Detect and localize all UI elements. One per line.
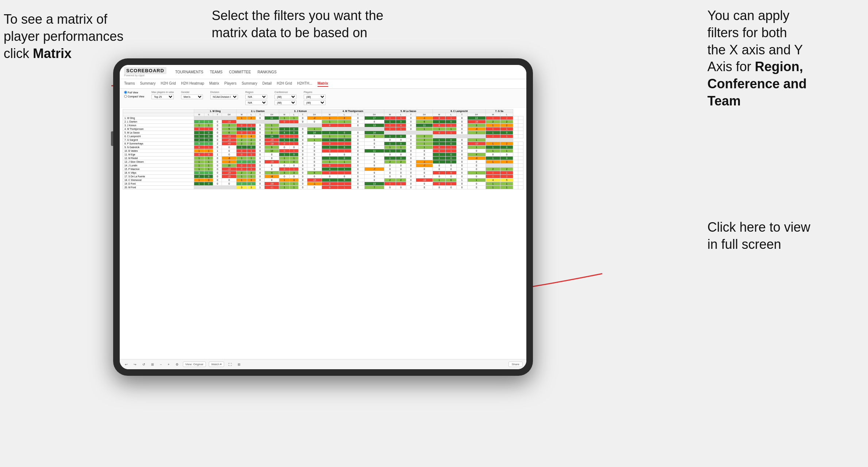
tab-detail[interactable]: Detail — [262, 81, 272, 87]
matrix-cell: 13 — [365, 124, 384, 127]
matrix-cell: 0 — [222, 149, 237, 153]
matrix-cell: 0 — [213, 178, 222, 182]
matrix-cell: 0 — [457, 124, 468, 127]
matrix-cell: 0 — [433, 186, 446, 189]
zoom-out-btn[interactable]: − — [158, 362, 163, 367]
matrix-cell: 1 — [194, 167, 204, 171]
tab-h2h-grid[interactable]: H2H Grid — [161, 81, 176, 87]
watch-btn[interactable]: Watch ▾ — [209, 362, 224, 367]
matrix-cell: 0 — [365, 120, 384, 124]
player-name-cell: 19. D Ford — [123, 182, 194, 186]
matrix-cell: 1 — [247, 149, 256, 153]
matrix-cell: 1 — [204, 142, 213, 146]
matrix-cell: 2 — [237, 171, 247, 175]
tab-matrix-left[interactable]: Matrix — [209, 81, 219, 87]
matrix-cell: 0 — [406, 116, 416, 120]
tab-summary[interactable]: Summary — [140, 81, 155, 87]
matrix-cell: 0 — [396, 186, 406, 189]
full-view-radio[interactable]: Full View — [124, 91, 144, 94]
region-select-x[interactable]: N/A — [245, 94, 267, 99]
matrix-cell: 2 — [237, 138, 247, 142]
matrix-cell: 0 — [384, 167, 396, 171]
refresh-btn[interactable]: ↺ — [141, 362, 147, 367]
matrix-cell-self — [457, 135, 468, 138]
matrix-cell: 1 — [213, 153, 222, 157]
zoom-in-btn[interactable]: + — [166, 362, 171, 367]
tab-h2h-heatmap[interactable]: H2H Heatmap — [181, 81, 204, 87]
matrix-cell: 1 — [289, 120, 298, 124]
matrix-cell: 1 — [446, 182, 457, 186]
matrix-cell: 0 — [256, 124, 264, 127]
nav-tournaments[interactable]: TOURNAMENTS — [175, 70, 203, 74]
matrix-cell: -6 — [467, 127, 485, 131]
matrix-cell: 0 — [396, 149, 406, 153]
matrix-cell: 0 — [416, 186, 433, 189]
matrix-cell: 0 — [485, 116, 500, 120]
filter-btn[interactable]: ⊞ — [150, 362, 155, 367]
tab-matrix-active[interactable]: Matrix — [318, 81, 328, 87]
matrix-cell: 0 — [457, 167, 468, 171]
matrix-cell: 1 — [500, 135, 513, 138]
tab-summary2[interactable]: Summary — [242, 81, 257, 87]
tab-h2hth[interactable]: H2HTH... — [297, 81, 312, 87]
players-select-y[interactable]: (All) — [304, 100, 326, 105]
matrix-cell-empty — [513, 182, 518, 186]
matrix-cell: 1 — [307, 138, 322, 142]
matrix-cell: 0 — [396, 157, 406, 160]
matrix-cell: 0 — [446, 164, 457, 167]
region-select-y[interactable]: N/A — [245, 100, 267, 105]
nav-teams[interactable]: TEAMS — [210, 70, 222, 74]
division-select[interactable]: NCAA Division I — [210, 94, 238, 99]
matrix-cell: 0 — [396, 164, 406, 167]
matrix-cell: 0 — [467, 160, 485, 164]
matrix-cell: 0 — [416, 175, 433, 178]
matrix-cell: 1 — [457, 178, 468, 182]
nav-rankings[interactable]: RANKINGS — [257, 70, 276, 74]
redo-btn[interactable]: ↪ — [132, 362, 138, 367]
matrix-cell: 1 — [384, 157, 396, 160]
matrix-cell: 0 — [365, 164, 384, 167]
matrix-cell: 0 — [351, 149, 365, 153]
matrix-cell: 6 — [222, 131, 237, 135]
tab-h2h-grid2[interactable]: H2H Grid — [277, 81, 292, 87]
matrix-cell: 0 — [298, 120, 307, 124]
matrix-cell: 0 — [457, 127, 468, 131]
matrix-cell: 4 — [396, 124, 406, 127]
matrix-cell: 0 — [485, 175, 500, 178]
gender-select[interactable]: Men's — [181, 94, 203, 99]
player-name-cell: 11. M Ege — [123, 153, 194, 157]
matrix-cell: 0 — [338, 175, 351, 178]
settings-btn[interactable]: ⚙ — [174, 362, 180, 367]
share-btn[interactable]: Share — [508, 362, 523, 367]
matrix-cell: 0 — [204, 131, 213, 135]
matrix-cell-empty — [518, 135, 523, 138]
matrix-cell: 0 — [396, 142, 406, 146]
conference-select-x[interactable]: (All) — [274, 94, 296, 99]
conference-select-y[interactable]: (All) — [274, 100, 296, 105]
tab-players[interactable]: Players — [224, 81, 237, 87]
fullscreen-btn[interactable]: ⛶ — [227, 362, 233, 367]
tab-teams[interactable]: Teams — [124, 81, 135, 87]
matrix-cell: 2 — [237, 160, 247, 164]
matrix-cell: 0 — [396, 135, 406, 138]
compact-view-radio[interactable]: Compact View — [124, 95, 144, 98]
matrix-cell: 0 — [384, 186, 396, 189]
matrix-cell: 1 — [338, 124, 351, 127]
players-select-x[interactable]: (All) — [304, 94, 326, 99]
matrix-cell: 0 — [298, 131, 307, 135]
grid-btn[interactable]: ⊞ — [236, 362, 242, 367]
table-row: 13. J Skov Olesen110-3210-1510101100220-… — [123, 160, 523, 164]
table-row: 7. G Sargent200-25220-151001100000031001 — [123, 138, 523, 142]
matrix-cell: 0 — [289, 175, 298, 178]
max-players-select[interactable]: Top 25 — [151, 94, 174, 99]
nav-committee[interactable]: COMMITTEE — [229, 70, 251, 74]
sh-l7: L — [500, 113, 513, 116]
matrix-cell: 0 — [406, 167, 416, 171]
matrix-cell: 0 — [500, 131, 513, 135]
region-label: Region — [245, 91, 267, 93]
matrix-cell: 2 — [500, 175, 513, 178]
matrix-cell: 2 — [247, 171, 256, 175]
table-row: 5. M La Sasso100601034001410014010310 — [123, 131, 523, 135]
matrix-cell: 0 — [446, 142, 457, 146]
undo-btn[interactable]: ↩ — [123, 362, 129, 367]
